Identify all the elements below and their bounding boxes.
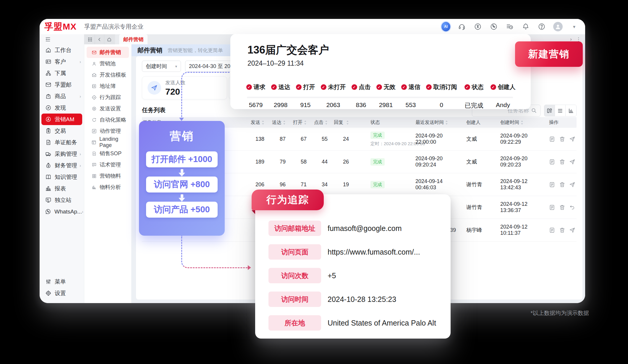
col-header-1[interactable]: 发送 xyxy=(248,119,270,126)
doc-op-button[interactable] xyxy=(549,159,555,165)
sidebar-collapse-button[interactable] xyxy=(40,34,84,44)
translate-button[interactable] xyxy=(473,22,482,31)
ai-assistant-button[interactable]: AI xyxy=(441,22,450,31)
status-badge: 完成 xyxy=(370,181,385,188)
sidebar-item-2[interactable]: 下属 xyxy=(40,67,84,79)
send-op-button[interactable] xyxy=(569,227,575,233)
submenu-item-12[interactable]: 物料分析 xyxy=(87,182,129,193)
account-menu-button[interactable]: ▾ xyxy=(570,22,579,31)
stat-label: 发送人数 xyxy=(165,79,185,86)
cell-created: 2024-09-12 10:11:37 xyxy=(496,224,546,236)
check-icon: ✓ xyxy=(401,84,407,90)
stat-value: 720 xyxy=(165,87,185,97)
tab-email-marketing[interactable]: 邮件营销 xyxy=(119,34,148,44)
help-button[interactable] xyxy=(537,22,546,31)
undo-button[interactable] xyxy=(569,204,575,211)
submenu-item-11[interactable]: 营销物料 xyxy=(87,170,129,182)
popup-stat-label-8: ✓状态 xyxy=(464,83,484,91)
send-op-button[interactable] xyxy=(569,182,575,188)
tracking-row-1: 访问页面 https://www.fumasoft.com/... xyxy=(268,244,442,260)
trash-button[interactable] xyxy=(559,136,565,142)
submenu-item-0[interactable]: 邮件营销 xyxy=(87,47,129,58)
whatsapp-icon xyxy=(45,208,51,215)
sort-icon xyxy=(283,120,286,125)
sidebar-item-8[interactable]: 单证船务 xyxy=(40,137,84,148)
back-button[interactable] xyxy=(95,34,104,44)
sidebar-item-6[interactable]: 营销AM xyxy=(41,114,82,125)
submenu-item-10[interactable]: 话术管理 xyxy=(87,159,129,170)
sidebar-bottom-item-0[interactable]: 菜单 xyxy=(40,276,84,287)
trash-button[interactable] xyxy=(559,204,565,211)
sidebar-item-10[interactable]: 财务管理 › xyxy=(40,160,84,171)
col-header-7[interactable]: 最近发送时间 xyxy=(411,119,462,126)
sidebar-bottom-item-1[interactable]: 设置 xyxy=(40,287,84,299)
view-chart-button[interactable] xyxy=(566,105,576,116)
doc-op-button[interactable] xyxy=(549,204,555,211)
col-header-4[interactable]: 点击 xyxy=(312,119,333,126)
doc-op-button[interactable] xyxy=(549,182,555,188)
doc-op-button[interactable] xyxy=(549,136,555,142)
sidebar-item-5[interactable]: 发现 xyxy=(40,102,84,114)
sidebar-item-7[interactable]: 交易 xyxy=(40,125,84,137)
cell-created: 2024-09-12 13:36:37 xyxy=(496,201,546,213)
doc-op-button[interactable] xyxy=(549,227,555,233)
col-header-3[interactable]: 打开 xyxy=(291,119,312,126)
submenu-item-label: 行为跟踪 xyxy=(100,94,121,101)
send-op-button[interactable] xyxy=(569,159,575,165)
popup-stat-label-4: ✓点击 xyxy=(352,83,371,91)
sidebar-item-4[interactable]: 商品 › xyxy=(40,90,84,102)
sidebar-item-12[interactable]: 报表 xyxy=(40,183,84,194)
new-campaign-button[interactable]: 新建营销 xyxy=(515,41,583,67)
sidebar-item-14[interactable]: WhatsAp... › xyxy=(40,206,84,217)
submenu-item-2[interactable]: 开发信模板 xyxy=(87,69,129,80)
check-icon: ✓ xyxy=(321,84,326,90)
submenu-item-8[interactable]: Landing Page xyxy=(87,137,129,148)
app-grid-button[interactable] xyxy=(85,34,95,44)
sidebar-item-9[interactable]: 采购管理 › xyxy=(40,148,84,160)
submenu-item-4[interactable]: 行为跟踪 xyxy=(87,92,129,103)
col-header-2[interactable]: 送达 xyxy=(270,119,291,126)
sort-icon xyxy=(304,120,307,125)
popup-stat-label-0: ✓请求 xyxy=(246,83,266,91)
submenu-item-5[interactable]: 发送设置 xyxy=(87,103,129,114)
sidebar-item-3[interactable]: 孚盟邮 xyxy=(40,79,84,90)
popup-stat-label-7: ✓取消订阅 xyxy=(426,83,457,91)
col-header-5[interactable]: 回复 xyxy=(333,119,354,126)
view-list-button[interactable] xyxy=(555,105,566,116)
send-op-button[interactable] xyxy=(569,136,575,142)
trash-button[interactable] xyxy=(559,182,565,188)
submenu-item-6[interactable]: 自动化策略 xyxy=(87,114,129,125)
col-header-8: 创建人 xyxy=(462,119,496,126)
sidebar-item-1[interactable]: 客户 › xyxy=(40,56,84,67)
bell-button[interactable] xyxy=(521,22,530,31)
history-button[interactable] xyxy=(505,22,514,31)
view-card-button[interactable] xyxy=(544,105,555,116)
headset-button[interactable] xyxy=(457,22,466,31)
submenu-item-9[interactable]: 销售SOP xyxy=(87,148,129,159)
submenu-item-3[interactable]: 地址簿 xyxy=(87,80,129,92)
user-avatar[interactable] xyxy=(553,22,563,31)
check-icon: ✓ xyxy=(491,84,496,90)
chevron-right-icon: › xyxy=(80,94,81,99)
whatsapp-circle-button[interactable] xyxy=(489,22,498,31)
popup-stat-value-4: 836 xyxy=(356,101,366,110)
trash-button[interactable] xyxy=(559,227,565,233)
submenu-item-7[interactable]: 动作管理 xyxy=(87,125,129,137)
flow-arrow-down-icon xyxy=(179,118,184,121)
home-icon xyxy=(45,47,51,54)
col-header-6[interactable]: 状态 xyxy=(354,119,411,126)
cell-operations xyxy=(546,227,577,233)
col-header-9[interactable]: 创建时间 xyxy=(496,119,546,126)
trash-button[interactable] xyxy=(559,159,565,165)
submenu-item-1[interactable]: 营销池 xyxy=(87,58,129,69)
sidebar-item-11[interactable]: 知识管理 xyxy=(40,171,84,183)
time-field-select[interactable]: 创建时间 ▾ xyxy=(142,61,181,72)
sidebar-item-13[interactable]: 独立站 xyxy=(40,194,84,206)
home-button[interactable] xyxy=(104,34,114,44)
flow-steps: 打开邮件 +1000访问官网 +800访问产品 +500 xyxy=(139,151,225,218)
flow-arrow-icon xyxy=(179,173,185,177)
col-header-label: 状态 xyxy=(370,119,380,126)
popup-stat-values: 56792998915206383629815530已完成Andy xyxy=(245,101,517,110)
col-header-10: 操作 xyxy=(546,119,577,126)
sidebar-item-0[interactable]: 工作台 xyxy=(40,44,84,56)
